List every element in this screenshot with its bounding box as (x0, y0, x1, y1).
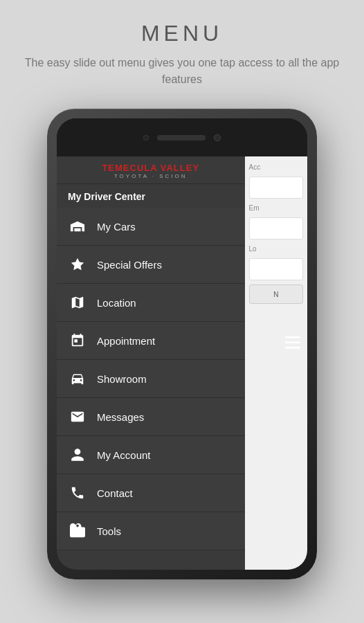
person-icon (68, 445, 87, 464)
screen-content: TEMECULA VALLEY TOYOTA · SCION (57, 156, 307, 570)
garage-icon (68, 217, 87, 236)
front-camera-icon (143, 135, 149, 141)
map-icon (68, 293, 87, 312)
my-account-label: My Account (97, 449, 151, 461)
right-field-lo: Lo (249, 244, 304, 254)
brand-name: TEMECULA VALLEY (102, 163, 199, 173)
camera-dot (214, 134, 221, 141)
phone-bezel-top (57, 118, 307, 156)
calendar-icon (68, 331, 87, 350)
page-subtitle: The easy slide out menu gives you one ta… (14, 55, 350, 88)
showroom-label: Showroom (97, 373, 147, 385)
speaker-grille (157, 135, 206, 141)
car-icon (68, 369, 87, 388)
phone-outer: TEMECULA VALLEY TOYOTA · SCION (47, 109, 317, 579)
menu-item-my-cars[interactable]: My Cars (57, 208, 245, 246)
menu-item-appointment[interactable]: Appointment (57, 322, 245, 360)
menu-item-messages[interactable]: Messages (57, 398, 245, 436)
menu-item-tools[interactable]: Tools (57, 512, 245, 550)
location-label: Location (97, 297, 136, 309)
toolbox-icon (68, 521, 87, 541)
right-panel: Acc Em Lo N (245, 156, 308, 570)
appointment-label: Appointment (97, 335, 155, 347)
contact-label: Contact (97, 487, 133, 499)
menu-panel: TEMECULA VALLEY TOYOTA · SCION (57, 156, 245, 570)
brand-sub: TOYOTA · SCION (102, 173, 199, 179)
brand-logo: TEMECULA VALLEY TOYOTA · SCION (102, 163, 199, 179)
right-input-em[interactable] (249, 217, 304, 240)
menu-item-showroom[interactable]: Showroom (57, 360, 245, 398)
page-title: MENU (14, 21, 350, 46)
section-header: My Driver Center (57, 184, 245, 208)
right-field-em: Em (249, 203, 304, 213)
right-input-acc[interactable] (249, 177, 304, 199)
my-cars-label: My Cars (97, 221, 136, 233)
envelope-icon (68, 407, 87, 426)
tools-label: Tools (97, 525, 121, 537)
menu-item-special-offers[interactable]: Special Offers (57, 246, 245, 284)
phone-inner: TEMECULA VALLEY TOYOTA · SCION (57, 118, 307, 570)
menu-item-location[interactable]: Location (57, 284, 245, 322)
menu-item-contact[interactable]: Contact (57, 474, 245, 512)
app-header: TEMECULA VALLEY TOYOTA · SCION (57, 156, 245, 184)
phone-icon (68, 483, 87, 503)
star-icon (68, 255, 87, 274)
phone-mockup: TEMECULA VALLEY TOYOTA · SCION (47, 109, 317, 579)
special-offers-label: Special Offers (97, 259, 162, 271)
right-input-lo[interactable] (249, 258, 304, 280)
top-section: MENU The easy slide out menu gives you o… (0, 0, 364, 102)
right-field-acc: Acc (249, 162, 304, 172)
messages-label: Messages (97, 411, 144, 423)
menu-item-my-account[interactable]: My Account (57, 436, 245, 474)
right-action-button[interactable]: N (249, 285, 304, 304)
